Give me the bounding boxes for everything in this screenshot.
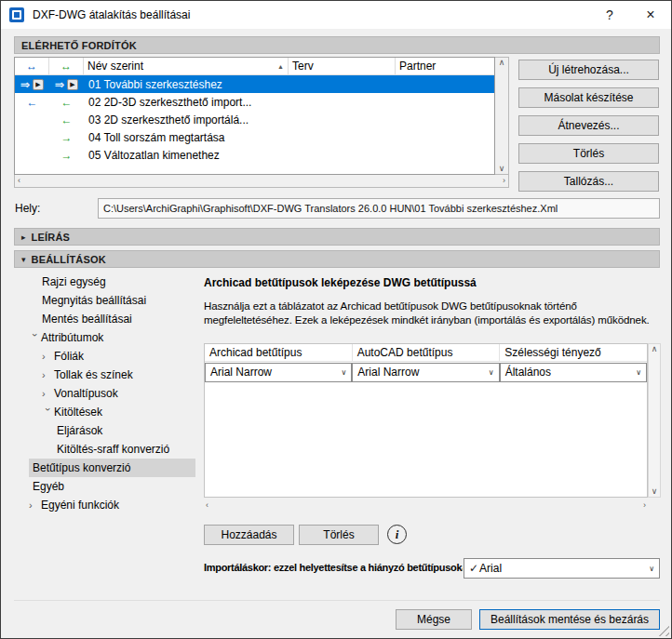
scroll-down-icon[interactable]: ∨ bbox=[499, 165, 505, 173]
scroll-down-icon[interactable]: ∨ bbox=[652, 487, 658, 496]
tree-item-label: Kitöltések bbox=[54, 406, 102, 419]
tree-expanded-icon[interactable]: › bbox=[43, 407, 53, 419]
scroll-right-icon[interactable]: › bbox=[503, 177, 505, 185]
tree-item-egyeni-funkciok[interactable]: › Egyéni funkciók bbox=[14, 496, 195, 514]
tree-item-label: Rajzi egység bbox=[42, 275, 106, 288]
tree-collapsed-icon[interactable]: › bbox=[42, 352, 54, 362]
import-fallback-label: Importáláskor: ezzel helyettesítse a hiá… bbox=[204, 562, 463, 573]
footer-separator bbox=[14, 600, 660, 601]
font-table-horizontal-scrollbar[interactable]: ‹ › bbox=[204, 499, 648, 512]
tree-item-label: Eljárások bbox=[57, 424, 102, 437]
tree-item-megnyitas-beallitasai[interactable]: Megnyitás beállításai bbox=[14, 291, 195, 310]
location-path-field: C:\Users\ArchiGraphi\Graphisoft\DXF-DWG … bbox=[98, 198, 660, 219]
cancel-button[interactable]: Mégse bbox=[396, 609, 472, 630]
combobox-value: Arial Narrow bbox=[357, 366, 419, 379]
check-icon: ✓ bbox=[469, 562, 478, 575]
font-table-vertical-scrollbar[interactable]: ∧ ∨ bbox=[648, 343, 661, 498]
export-direction-icon: → bbox=[61, 150, 73, 161]
tree-item-attributumok[interactable]: › Attribútumok bbox=[14, 328, 195, 347]
rename-translator-button[interactable]: Átnevezés... bbox=[518, 115, 659, 136]
tree-item-foliak[interactable]: › Fóliák bbox=[14, 347, 195, 366]
translator-name: 01 További szerkesztéshez bbox=[84, 75, 494, 93]
translator-row[interactable]: → 04 Toll sorszám megtartása bbox=[15, 128, 494, 146]
translator-list-vertical-scrollbar[interactable]: ∧ ∨ bbox=[495, 57, 509, 175]
description-section-header[interactable]: ▸ LEÍRÁS bbox=[14, 228, 660, 246]
new-translator-button[interactable]: Új létrehozása... bbox=[518, 60, 659, 80]
duplicate-translator-button[interactable]: Másolat készítése bbox=[518, 87, 659, 108]
column-header-import[interactable]: ↔ bbox=[15, 58, 49, 74]
tree-collapsed-icon[interactable]: › bbox=[42, 389, 54, 399]
tree-item-mentes-beallitasai[interactable]: Mentés beállításai bbox=[14, 310, 195, 328]
save-and-close-button[interactable]: Beállítások mentése és bezárás bbox=[479, 609, 660, 630]
tree-collapsed-icon[interactable]: › bbox=[29, 500, 41, 511]
export-direction-icon: ← bbox=[61, 114, 73, 126]
scroll-up-icon[interactable]: ∧ bbox=[499, 59, 505, 67]
available-translators-header: ELÉRHETŐ FORDÍTÓK bbox=[14, 36, 660, 54]
tree-item-vonaltipusok[interactable]: › Vonaltípusok bbox=[14, 384, 195, 403]
combobox-value: Arial bbox=[479, 562, 502, 575]
translator-row[interactable]: ⇒ ▶ ⇒ ▶ 01 További szerkesztéshez bbox=[15, 75, 494, 93]
tree-item-label: Megnyitás beállításai bbox=[42, 294, 146, 307]
tree-item-eljarasok[interactable]: Eljárások bbox=[14, 421, 195, 440]
column-header-name-label: Név szerint bbox=[87, 60, 143, 73]
sort-ascending-icon: ▲ bbox=[277, 63, 284, 70]
scroll-left-icon[interactable]: ‹ bbox=[18, 177, 20, 185]
import-default-play-icon[interactable]: ▶ bbox=[33, 79, 44, 90]
tree-item-label: Kitöltés-sraff konverzió bbox=[57, 443, 169, 456]
section-expanded-icon: ▾ bbox=[21, 255, 26, 264]
delete-font-mapping-button[interactable]: Törlés bbox=[299, 525, 379, 545]
column-header-export[interactable]: ↔ bbox=[49, 58, 84, 74]
translator-row[interactable]: → 05 Változatlan kimenethez bbox=[15, 146, 494, 164]
tree-item-kitoltesek[interactable]: › Kitöltések bbox=[14, 403, 195, 421]
translator-row[interactable]: ← 03 2D szerkeszthető importálá... bbox=[15, 111, 494, 128]
column-header-width-factor: Szélességi tényező bbox=[500, 344, 647, 361]
tree-item-tollak-es-szinek[interactable]: › Tollak és színek bbox=[14, 366, 195, 384]
translator-list: ↔ ↔ Név szerint ▲ Terv Partner ⇒ ▶ ⇒ bbox=[14, 57, 495, 175]
import-direction-icon: ⇒ bbox=[20, 79, 30, 90]
location-label: Hely: bbox=[15, 202, 40, 215]
browse-translator-button[interactable]: Tallózás... bbox=[518, 171, 659, 192]
info-icon[interactable]: i bbox=[387, 525, 407, 544]
close-button[interactable]: × bbox=[630, 1, 671, 29]
width-factor-combobox[interactable]: Általános ∨ bbox=[500, 363, 647, 382]
tree-item-kitoltes-sraff-konverzio[interactable]: Kitöltés-sraff konverzió bbox=[14, 440, 195, 459]
font-mapping-title: Archicad betűtípusok leképezése DWG betű… bbox=[204, 276, 656, 289]
tree-item-rajzi-egyseg[interactable]: Rajzi egység bbox=[14, 273, 195, 291]
add-font-mapping-button[interactable]: Hozzáadás bbox=[204, 525, 294, 545]
import-fallback-font-combobox[interactable]: ✓ Arial ∨ bbox=[464, 558, 660, 579]
column-header-archicad-font: Archicad betűtípus bbox=[205, 344, 353, 361]
column-header-plan[interactable]: Terv bbox=[289, 58, 396, 74]
archicad-font-combobox[interactable]: Arial Narrow ∨ bbox=[205, 363, 352, 382]
delete-translator-button[interactable]: Törlés bbox=[518, 143, 659, 164]
scroll-up-icon[interactable]: ∧ bbox=[652, 345, 658, 353]
section-title: LEÍRÁS bbox=[32, 232, 71, 243]
tree-item-label: Vonaltípusok bbox=[54, 387, 118, 400]
tree-item-label: Betűtípus konverzió bbox=[33, 461, 130, 474]
translator-name: 05 Változatlan kimenethez bbox=[84, 146, 494, 164]
dxf-dwg-settings-dialog: DXF-DWG átalakítás beállításai ? × ELÉRH… bbox=[0, 0, 672, 639]
translator-list-horizontal-scrollbar[interactable]: ‹ › bbox=[14, 175, 509, 188]
tree-expanded-icon[interactable]: › bbox=[30, 333, 40, 345]
scroll-left-icon[interactable]: ‹ bbox=[206, 501, 208, 510]
export-direction-icon: ← bbox=[61, 97, 73, 108]
column-header-partner-label: Partner bbox=[399, 60, 436, 73]
font-mapping-table-header: Archicad betűtípus AutoCAD betűtípus Szé… bbox=[205, 344, 647, 362]
tree-item-egyeb[interactable]: Egyéb bbox=[14, 477, 195, 496]
column-header-partner[interactable]: Partner bbox=[396, 58, 494, 74]
tree-collapsed-icon[interactable]: › bbox=[42, 370, 54, 380]
translator-row[interactable]: ← ← 02 2D-3D szerkeszthető import... bbox=[15, 93, 494, 111]
scroll-right-icon[interactable]: › bbox=[643, 501, 646, 510]
export-default-play-icon[interactable]: ▶ bbox=[67, 79, 78, 90]
section-title: BEÁLLÍTÁSOK bbox=[32, 254, 106, 265]
settings-section-header[interactable]: ▾ BEÁLLÍTÁSOK bbox=[14, 250, 660, 268]
chevron-down-icon: ∨ bbox=[485, 368, 494, 377]
font-mapping-description: Használja ezt a táblázatot az Archicad b… bbox=[204, 300, 658, 327]
font-mapping-row: Arial Narrow ∨ Arial Narrow ∨ Általános … bbox=[205, 362, 647, 382]
translator-name: 04 Toll sorszám megtartása bbox=[84, 128, 494, 146]
column-header-name[interactable]: Név szerint ▲ bbox=[84, 58, 289, 74]
settings-tree: Rajzi egység Megnyitás beállításai Menté… bbox=[14, 273, 195, 514]
app-icon bbox=[9, 7, 24, 22]
tree-item-betutipus-konverzio[interactable]: Betűtípus konverzió bbox=[29, 459, 195, 477]
autocad-font-combobox[interactable]: Arial Narrow ∨ bbox=[352, 363, 499, 382]
help-button[interactable]: ? bbox=[589, 1, 630, 29]
